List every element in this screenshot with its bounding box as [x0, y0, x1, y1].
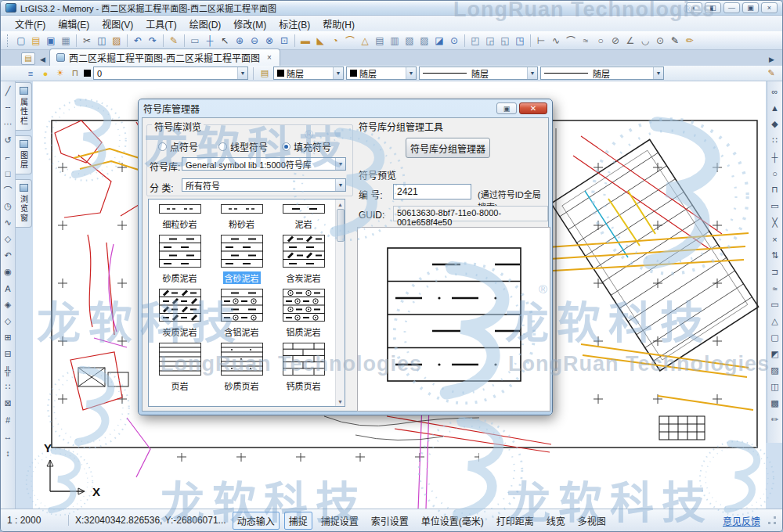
eraser-icon[interactable]: ✏: [683, 34, 697, 48]
copy-icon[interactable]: ◫: [95, 34, 109, 48]
clip-a-icon[interactable]: ◰: [468, 34, 482, 48]
arc-icon[interactable]: ⌒: [2, 182, 15, 198]
ruler-icon[interactable]: ▬: [298, 34, 312, 48]
symbol-id-input[interactable]: 2421: [393, 184, 471, 200]
dashed-line-icon[interactable]: ╌: [2, 99, 15, 116]
status-toggle[interactable]: 索引设置: [367, 512, 413, 529]
symbol-list[interactable]: 细粒砂岩粉砂岩泥岩砂质泥岩含砂泥岩含炭泥岩炭质泥岩含铝泥岩铝质泥岩页岩砂质页岩钙…: [148, 199, 345, 407]
menu-item[interactable]: 修改(M): [227, 16, 272, 32]
angle-icon[interactable]: ∠: [623, 34, 637, 48]
circle-icon[interactable]: ○: [768, 165, 781, 182]
tab-nav-left-icon[interactable]: ◀: [38, 56, 49, 66]
symbol-item[interactable]: 含铝泥岩: [211, 284, 272, 338]
wave-icon[interactable]: ∿: [2, 214, 15, 231]
camera-icon[interactable]: ◉: [2, 264, 15, 280]
zoom-window-icon[interactable]: ▭: [188, 34, 202, 48]
rect2-icon[interactable]: ▭: [768, 297, 781, 313]
chevron-down-icon[interactable]: ▼: [335, 158, 345, 170]
group-manager-button[interactable]: 符号库分组管理器: [406, 138, 490, 158]
minimize-button[interactable]: —: [723, 2, 740, 13]
layer-combo[interactable]: 0 ▼: [93, 66, 248, 80]
bridge-icon[interactable]: ⊓: [768, 182, 781, 198]
chevron-down-icon[interactable]: ▼: [237, 67, 247, 79]
chevron-down-icon[interactable]: ▼: [335, 179, 345, 191]
swap-icon[interactable]: ⇅: [768, 247, 781, 264]
symbol-item[interactable]: 含砂泥岩: [211, 230, 272, 284]
symbol-item[interactable]: 页岩: [149, 338, 211, 392]
points-icon[interactable]: ∷: [768, 132, 781, 149]
stretch-v-icon[interactable]: ↕: [2, 444, 15, 461]
tab-nav-right-icon[interactable]: ▶: [769, 56, 782, 66]
triangle-fill-icon[interactable]: ▲: [768, 99, 781, 116]
skin-button[interactable]: ◐: [686, 2, 702, 13]
symbol-item[interactable]: 炭质泥岩: [149, 284, 211, 338]
corner-icon[interactable]: ◩: [768, 346, 781, 362]
triangle-icon[interactable]: △: [358, 34, 372, 48]
zoom-all-icon[interactable]: ⊗: [262, 34, 276, 48]
grid-remove-icon[interactable]: ⊟: [2, 346, 15, 362]
menu-item[interactable]: 帮助(H): [316, 16, 361, 32]
radio-icon[interactable]: [282, 142, 290, 151]
linetype-combo[interactable]: 随层 ▼: [419, 66, 538, 80]
undo-icon[interactable]: ↶: [131, 34, 145, 48]
menu-item[interactable]: 绘图(D): [183, 16, 228, 32]
symbol-item[interactable]: 砂质泥岩: [149, 230, 211, 284]
move-icon[interactable]: ┼: [768, 149, 781, 165]
parallelogram-icon[interactable]: ▭: [768, 198, 781, 214]
resize-grip[interactable]: [768, 516, 776, 524]
select-icon[interactable]: ↖: [218, 34, 232, 48]
box-x-icon[interactable]: ⊠: [2, 395, 15, 412]
bulb-icon[interactable]: ●: [39, 67, 52, 80]
redo-icon[interactable]: ↷: [146, 34, 160, 48]
scatter-icon[interactable]: ∷: [2, 379, 15, 395]
format-brush-icon[interactable]: ✎: [167, 34, 181, 48]
square-icon[interactable]: ▢: [768, 329, 781, 346]
tab-close-icon[interactable]: ×: [267, 53, 272, 62]
redo-curve-icon[interactable]: ↶: [2, 247, 15, 264]
dialog-close-button[interactable]: ✕: [519, 102, 547, 114]
smooth-icon[interactable]: ≈: [768, 280, 781, 297]
menu-item[interactable]: 视图(V): [96, 16, 139, 32]
annotate-d-icon[interactable]: ▨: [417, 34, 431, 48]
scroll-down-icon[interactable]: ▼: [337, 397, 343, 406]
node-grid-icon[interactable]: ╬: [2, 362, 15, 379]
clip-b-icon[interactable]: ◲: [483, 34, 497, 48]
clock-icon[interactable]: ◷: [2, 198, 15, 214]
chevron-down-icon[interactable]: ▼: [527, 67, 537, 79]
radio-line-symbol[interactable]: 线型符号: [218, 140, 268, 153]
printer-icon[interactable]: ▤: [258, 67, 271, 80]
status-toggle[interactable]: 捕捉: [284, 512, 312, 530]
symbol-list-scrollbar[interactable]: ▲ ▼: [335, 200, 345, 406]
radio-fill-symbol[interactable]: 填充符号: [282, 140, 331, 153]
annotate-a-icon[interactable]: ▤: [373, 34, 387, 48]
compass-icon[interactable]: ⌒: [343, 34, 357, 48]
menu-item[interactable]: 编辑(E): [52, 16, 96, 32]
symbol-item[interactable]: 钙质页岩: [272, 338, 334, 392]
step-line-icon[interactable]: ⌐: [2, 149, 15, 165]
annotate-b-icon[interactable]: ▥: [388, 34, 402, 48]
fill-icon[interactable]: ▩: [768, 395, 781, 412]
radio-icon[interactable]: [158, 142, 167, 151]
chevron-down-icon[interactable]: ▼: [653, 67, 663, 79]
status-toggle[interactable]: 线宽: [543, 512, 569, 529]
zoom-out-icon[interactable]: ⊖: [247, 34, 262, 48]
status-toggle[interactable]: 单位设置(毫米): [417, 512, 488, 529]
dock-tab[interactable]: 浏览窗: [16, 179, 32, 228]
pen-icon[interactable]: ✎: [668, 34, 682, 48]
status-toggle[interactable]: 多视图: [574, 512, 610, 529]
no-draw-icon[interactable]: ⊘: [608, 34, 622, 48]
hash-icon[interactable]: #: [2, 412, 15, 428]
circle-tool-icon[interactable]: ○: [594, 34, 608, 48]
dialog-help-button[interactable]: ▣: [496, 102, 517, 114]
document-tab[interactable]: 西二区采掘工程平面图-西二区采掘工程平面图 ×: [49, 49, 280, 66]
node-edit-icon[interactable]: ⊢: [534, 34, 548, 48]
annotate-c-icon[interactable]: ▧: [402, 34, 417, 48]
flag-icon[interactable]: ◪: [432, 34, 446, 48]
symbol-item[interactable]: 铝质泥岩: [272, 284, 334, 338]
symbol-item[interactable]: 砂质页岩: [211, 338, 272, 392]
spline-icon[interactable]: ≈: [579, 34, 593, 48]
zoom-prev-icon[interactable]: ⊡: [277, 34, 291, 48]
style-button[interactable]: ◧: [705, 2, 721, 13]
rectangle-icon[interactable]: □: [2, 165, 15, 182]
undo-curve-icon[interactable]: ↺: [2, 132, 15, 149]
